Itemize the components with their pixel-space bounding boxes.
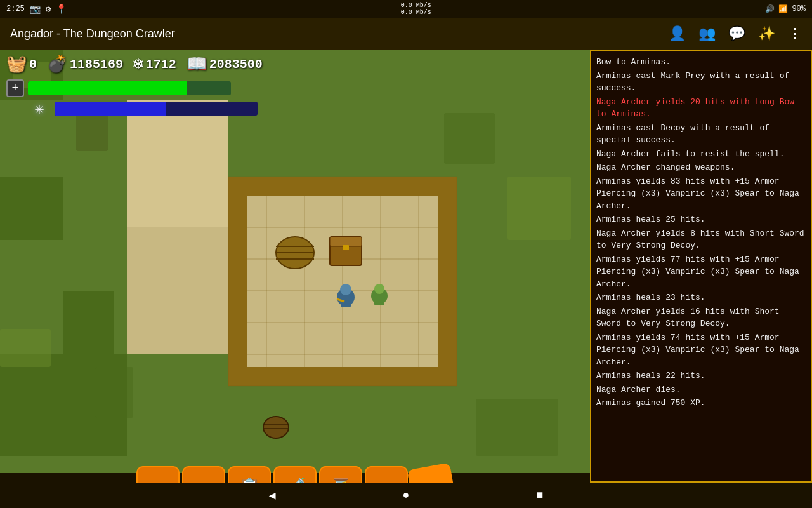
health-bar: [28, 81, 231, 95]
svg-rect-33: [343, 245, 349, 250]
nav-bar: ◀ ● ■: [0, 483, 812, 508]
log-entry: Bow to Arminas.: [596, 56, 806, 69]
svg-rect-12: [228, 177, 457, 196]
home-button[interactable]: ●: [403, 489, 410, 502]
potion-hud: 🧺 0: [6, 54, 37, 74]
svg-point-41: [263, 417, 289, 438]
book-hud: 📖 2083500: [187, 54, 263, 74]
gem-hud-icon: ❄: [133, 54, 143, 74]
potion-hud-icon: 🧺: [6, 54, 27, 74]
log-entry: Arminas yields 83 hits with +15 Armor Pi…: [596, 175, 806, 213]
log-entry: Arminas yields 77 hits with +15 Armor Pi…: [596, 253, 806, 291]
svg-rect-13: [228, 196, 247, 386]
log-entry: Naga Archer yields 16 hits with Short Sw…: [596, 305, 806, 330]
log-entry: Arminas cast Decoy with a result of spec…: [596, 122, 806, 147]
svg-rect-47: [95, 367, 133, 418]
book-hud-count: 2083500: [209, 57, 263, 72]
log-entry: Naga Archer dies.: [596, 384, 806, 396]
more-icon[interactable]: ⋮: [788, 25, 802, 43]
time-display: 2:25: [6, 4, 25, 13]
log-entry: Naga Archer fails to resist the spell.: [596, 148, 806, 161]
health-fill: [28, 81, 187, 95]
svg-rect-4: [0, 177, 63, 240]
log-entry: Naga Archer yields 20 hits with Long Bow…: [596, 96, 806, 121]
chat-icon[interactable]: 💬: [728, 25, 745, 43]
svg-rect-14: [438, 196, 457, 386]
player-icon[interactable]: 👤: [669, 25, 686, 43]
battery-display: 90%: [792, 4, 806, 13]
log-entry: Arminas heals 25 hits.: [596, 213, 806, 226]
network-up: 0.0 Mb/s: [401, 2, 431, 9]
svg-rect-10: [127, 100, 228, 227]
log-entry: Arminas yields 74 hits with +15 Armor Pi…: [596, 331, 806, 369]
log-entry: Arminas gained 750 XP.: [596, 397, 806, 410]
svg-rect-32: [330, 237, 362, 246]
log-entry: Arminas heals 23 hits.: [596, 291, 806, 304]
bomb-hud: 💣 1185169: [47, 54, 123, 74]
recent-button[interactable]: ■: [536, 489, 543, 502]
party-icon[interactable]: 👥: [698, 25, 716, 43]
svg-rect-48: [444, 113, 495, 164]
svg-rect-46: [0, 329, 51, 367]
svg-rect-15: [228, 367, 457, 386]
log-entry: Naga Archer changed weapons.: [596, 161, 806, 174]
log-panel[interactable]: Bow to Arminas.Arminas cast Mark Prey wi…: [590, 50, 812, 483]
mana-bar: [55, 102, 258, 116]
status-bar: 2:25 📷 ⚙ 📍 0.0 Mb/s 0.0 Mb/s 🔊 📶 90%: [0, 0, 812, 18]
svg-rect-50: [476, 399, 558, 456]
gem-hud: ❄ 1712: [133, 54, 176, 74]
log-entry: Arminas cast Mark Prey with a result of …: [596, 70, 806, 95]
wifi-icon: 📶: [778, 4, 788, 14]
svg-rect-45: [76, 113, 108, 151]
book-hud-icon: 📖: [187, 54, 207, 74]
camera-icon: 📷: [30, 4, 41, 15]
svg-rect-49: [508, 177, 571, 240]
potion-hud-count: 0: [29, 57, 37, 72]
svg-rect-5: [0, 240, 127, 291]
network-down: 0.0 Mb/s: [401, 9, 431, 16]
log-entry: Naga Archer yields 8 hits with Short Swo…: [596, 227, 806, 252]
back-button[interactable]: ◀: [269, 488, 276, 502]
svg-rect-6: [63, 291, 114, 354]
mana-burst-icon: ✳: [28, 102, 51, 116]
volume-icon: 🔊: [765, 4, 775, 14]
mana-fill: [55, 102, 166, 116]
bomb-hud-count: 1185169: [70, 57, 123, 72]
location-icon: 📍: [56, 4, 67, 15]
log-entry: Arminas heals 22 hits.: [596, 370, 806, 382]
app-bar: Angador - The Dungeon Crawler 👤 👥 💬 ✨ ⋮: [0, 18, 812, 50]
svg-rect-40: [374, 295, 384, 305]
settings-icon: ⚙: [46, 4, 51, 15]
bomb-hud-icon: 💣: [47, 54, 67, 74]
svg-point-39: [374, 284, 384, 294]
svg-point-35: [340, 284, 351, 295]
effects-icon[interactable]: ✨: [758, 25, 775, 43]
app-title: Angador - The Dungeon Crawler: [10, 27, 175, 41]
gem-hud-count: 1712: [146, 57, 176, 72]
health-plus-button[interactable]: +: [6, 79, 24, 97]
